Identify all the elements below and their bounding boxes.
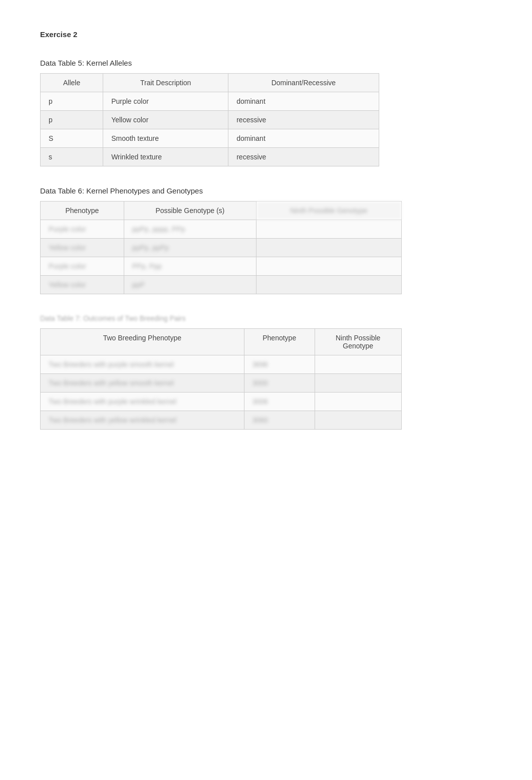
table-cell (315, 355, 401, 374)
exercise-title: Exercise 2 (40, 30, 492, 39)
table-cell: recessive (228, 148, 379, 166)
table-cell: Two Breeders with yellow wrinkled kernel (41, 411, 244, 430)
table-cell: Two Breeders with purple wrinkled kernel (41, 393, 244, 411)
table7-title: Data Table 7: Outcomes of Two Breeding P… (40, 314, 492, 322)
table7-section: Data Table 7: Outcomes of Two Breeding P… (40, 314, 492, 430)
table-cell (315, 374, 401, 393)
table-cell: ppPp, ppPp (124, 239, 256, 257)
table5-title: Data Table 5: Kernel Alleles (40, 59, 492, 67)
table-row: Two Breeders with purple wrinkled kernel… (41, 393, 402, 411)
table6-col1-header: Phenotype (41, 202, 124, 220)
table-row: Two Breeders with yellow wrinkled kernel… (41, 411, 402, 430)
table6-col2-header: Possible Genotype (s) (124, 202, 256, 220)
table7-col1-header: Two Breeding Phenotype (41, 329, 244, 355)
table-cell (315, 393, 401, 411)
table7-header-row: Two Breeding Phenotype Phenotype Ninth P… (41, 329, 402, 355)
table6-col3-header: Ninth Possible Genotype (256, 202, 401, 220)
table5-col3-header: Dominant/Recessive (228, 74, 379, 92)
table-cell: 3006 (244, 393, 315, 411)
table5-section: Data Table 5: Kernel Alleles Allele Trai… (40, 59, 492, 166)
table-cell: Purple color (41, 257, 124, 276)
table-row: Two Breeders with yellow smooth kernel30… (41, 374, 402, 393)
table-cell: Two Breeders with purple smooth kernel (41, 355, 244, 374)
table-cell: PPp, Ppp (124, 257, 256, 276)
table-row: pPurple colordominant (41, 92, 379, 111)
exercise-section: Exercise 2 (40, 30, 492, 39)
table-cell: p (41, 111, 103, 129)
table-row: Yellow colorppPp, ppPp (41, 239, 402, 257)
table-cell: Two Breeders with yellow smooth kernel (41, 374, 244, 393)
table-row: SSmooth texturedominant (41, 129, 379, 148)
table-cell (256, 239, 401, 257)
table6-title: Data Table 6: Kernel Phenotypes and Geno… (40, 186, 492, 195)
table-cell: Yellow color (41, 239, 124, 257)
table-cell: Yellow color (41, 276, 124, 294)
table-cell: ppP (124, 276, 256, 294)
table5-col2-header: Trait Description (103, 74, 228, 92)
table-row: Purple colorPPp, Ppp (41, 257, 402, 276)
table-cell (256, 220, 401, 239)
table-cell: 3000 (244, 374, 315, 393)
table-cell: recessive (228, 111, 379, 129)
table-cell: Purple color (41, 220, 124, 239)
table-cell: 3696 (244, 355, 315, 374)
table-row: Two Breeders with purple smooth kernel36… (41, 355, 402, 374)
table5-col1-header: Allele (41, 74, 103, 92)
table-row: pYellow colorrecessive (41, 111, 379, 129)
table-cell: s (41, 148, 103, 166)
table-cell: p (41, 92, 103, 111)
table5-header-row: Allele Trait Description Dominant/Recess… (41, 74, 379, 92)
table6-section: Data Table 6: Kernel Phenotypes and Geno… (40, 186, 492, 294)
table-cell: Wrinkled texture (103, 148, 228, 166)
table-row: sWrinkled texturerecessive (41, 148, 379, 166)
table-cell: Purple color (103, 92, 228, 111)
table-cell: ppPp, pppp, PPp (124, 220, 256, 239)
table-cell: S (41, 129, 103, 148)
table5: Allele Trait Description Dominant/Recess… (40, 73, 379, 166)
table-cell (256, 257, 401, 276)
table7-col2-header: Phenotype (244, 329, 315, 355)
table-cell: 3060 (244, 411, 315, 430)
table7: Two Breeding Phenotype Phenotype Ninth P… (40, 328, 402, 430)
table-cell (315, 411, 401, 430)
table-cell (256, 276, 401, 294)
table6-header-row: Phenotype Possible Genotype (s) Ninth Po… (41, 202, 402, 220)
table7-col3-header: Ninth PossibleGenotype (315, 329, 401, 355)
table-cell: Yellow color (103, 111, 228, 129)
table-row: Yellow colorppP (41, 276, 402, 294)
table-cell: Smooth texture (103, 129, 228, 148)
table-row: Purple colorppPp, pppp, PPp (41, 220, 402, 239)
table-cell: dominant (228, 129, 379, 148)
table-cell: dominant (228, 92, 379, 111)
table6: Phenotype Possible Genotype (s) Ninth Po… (40, 201, 402, 294)
